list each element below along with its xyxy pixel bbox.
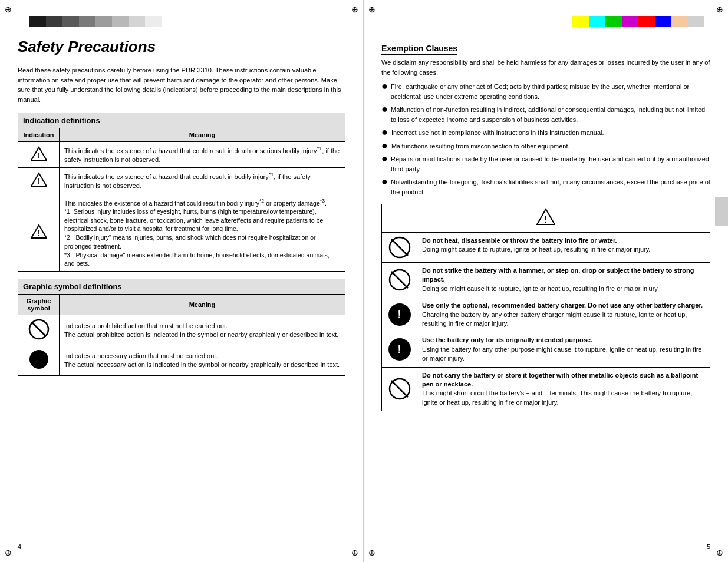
page-title: Safety Precautions (18, 38, 345, 56)
color-swatch-6 (112, 16, 129, 27)
safety-row-5: Do not carry the battery or store it tog… (382, 368, 710, 411)
color-swatch-5 (95, 16, 112, 27)
safety-warning-box: ! Do not heat, disassemble or throw the … (381, 204, 710, 411)
top-right-cross: ⊕ (716, 5, 723, 14)
prohibited-icon-cell-2 (382, 263, 417, 297)
bullet-icon: ● (381, 153, 387, 164)
exemption-title: Exemption Clauses (381, 44, 457, 55)
exemption-item-5: Repairs or modifications made by the use… (391, 154, 710, 174)
exemption-intro: We disclaim any responsibility and shall… (381, 58, 710, 77)
right-content: Exemption Clauses We disclaim any respon… (364, 38, 728, 429)
svg-text:!: ! (37, 177, 40, 186)
exemption-item-4: Malfunctions resulting from misconnectio… (391, 141, 570, 151)
bottom-right-cross-left-page: ⊕ (351, 548, 358, 557)
indication-col-header: Indication (18, 128, 60, 142)
list-item: ● Malfunction of non-function resulting … (381, 105, 710, 124)
graphic-col-header: Graphicsymbol (18, 294, 60, 315)
color-swatch-green (605, 16, 622, 27)
safety-text-2: Do not strike the battery with a hammer,… (417, 263, 710, 297)
color-swatch-2 (46, 16, 62, 27)
bottom-right-cross: ⊕ (716, 548, 723, 557)
prohibited-icon-cell-1 (382, 233, 417, 262)
list-item: ● Notwithstanding the foregoing, Toshiba… (381, 177, 710, 197)
page-number-right: 5 (707, 543, 710, 550)
warning-meaning: This indicates the existence of a hazard… (60, 142, 345, 168)
required-purpose-icon: ! (388, 338, 411, 361)
table-row: ! This indicates the existence of a haza… (18, 142, 345, 168)
left-page: ⊕ ⊕ ⊕ ⊕ Safety Precautions Read these sa… (0, 0, 364, 562)
color-swatch-8 (145, 16, 162, 27)
exemption-item-6: Notwithstanding the foregoing, Toshiba's… (391, 177, 710, 197)
top-rule-right (381, 35, 710, 35)
caution-triangle-icon: ! (31, 172, 47, 187)
required-charger-icon: ! (388, 303, 411, 326)
notice-meaning: This indicates the existence of a hazard… (60, 194, 345, 271)
prohibited-icon-cell-3 (382, 368, 417, 411)
list-item: ● Incorrect use not in compliance with i… (381, 128, 710, 138)
required-icon (29, 350, 48, 369)
bullet-icon: ● (381, 104, 387, 114)
page-spread: ⊕ ⊕ ⊕ ⊕ Safety Precautions Read these sa… (0, 0, 728, 562)
caution-meaning: This indicates the existence of a hazard… (60, 168, 345, 194)
bullet-icon: ● (381, 140, 388, 151)
svg-line-11 (391, 239, 408, 256)
right-page: ⊕ ⊕ ⊕ ⊕ Exemption Clauses We discla (364, 0, 728, 562)
prohibited-icon (28, 319, 50, 340)
top-left-cross: ⊕ (5, 5, 12, 14)
color-swatch-4 (79, 16, 95, 27)
color-swatch-1 (29, 16, 46, 27)
color-swatch-yellow (572, 16, 589, 27)
safety-warning-triangle-icon: ! (536, 208, 555, 226)
bullet-icon: ● (381, 176, 387, 187)
graphic-table-header: Graphic symbol definitions (18, 279, 345, 294)
svg-text:!: ! (37, 151, 40, 160)
prohibited-metallic-icon (388, 378, 411, 400)
exemption-item-2: Malfunction of non-function resulting in… (391, 105, 710, 124)
prohibited-battery-heat-icon (388, 236, 411, 259)
prohibited-battery-strike-icon (388, 269, 411, 291)
color-swatch-blue (655, 16, 671, 27)
exemption-item-1: Fire, earthquake or any other act of God… (391, 82, 710, 101)
gray-tab (715, 197, 728, 226)
left-content: Safety Precautions Read these safety pre… (0, 38, 363, 394)
color-swatch-red (638, 16, 655, 27)
bottom-rule-left (18, 541, 345, 541)
bullet-icon: ● (381, 81, 387, 91)
table-row: Indicates a prohibited action that must … (18, 315, 345, 346)
list-item: ● Malfunctions resulting from misconnect… (381, 141, 710, 151)
bottom-rule-right (381, 541, 710, 541)
color-swatch-3 (62, 16, 79, 27)
required-icon-cell-2: ! (382, 332, 417, 366)
safety-row-4: ! Use the battery only for its originall… (382, 332, 710, 367)
required-icon-cell-1: ! (382, 297, 417, 332)
meaning-col-header: Meaning (60, 128, 345, 142)
list-item: ● Fire, earthquake or any other act of G… (381, 82, 710, 101)
top-left-cross-right-page: ⊕ (368, 5, 375, 14)
safety-text-4: Use the battery only for its originally … (417, 332, 710, 366)
notice-symbol-cell: ! (18, 194, 60, 271)
top-right-cross-left-page: ⊕ (351, 5, 358, 14)
exemption-item-3: Incorrect use not in compliance with ins… (391, 128, 604, 138)
prohibited-meaning: Indicates a prohibited action that must … (60, 315, 345, 346)
page-number-left: 4 (18, 543, 21, 550)
prohibited-symbol-cell (18, 315, 60, 346)
safety-row-1: Do not heat, disassemble or throw the ba… (382, 233, 710, 263)
svg-text:!: ! (37, 229, 40, 238)
safety-row-3: ! Use only the optional, recommended bat… (382, 297, 710, 332)
color-bar-area-right (364, 0, 728, 32)
indication-table-header: Indication definitions (18, 113, 345, 128)
caution-symbol-cell: ! (18, 168, 60, 194)
color-bar-area-left (0, 0, 363, 32)
table-row: ! This indicates the existence of a haza… (18, 194, 345, 271)
color-swatch-magenta (622, 16, 638, 27)
safety-text-5: Do not carry the battery or store it tog… (417, 368, 710, 411)
warning-symbol-cell: ! (18, 142, 60, 168)
required-symbol-cell (18, 346, 60, 375)
indication-table: Indication definitions Indication Meanin… (18, 113, 345, 272)
bullet-icon: ● (381, 127, 388, 137)
top-rule-left (18, 35, 345, 35)
color-swatch-7 (129, 16, 145, 27)
warning-triangle-icon: ! (31, 146, 47, 161)
exemption-list: ● Fire, earthquake or any other act of G… (381, 82, 710, 197)
svg-text:!: ! (544, 214, 547, 224)
